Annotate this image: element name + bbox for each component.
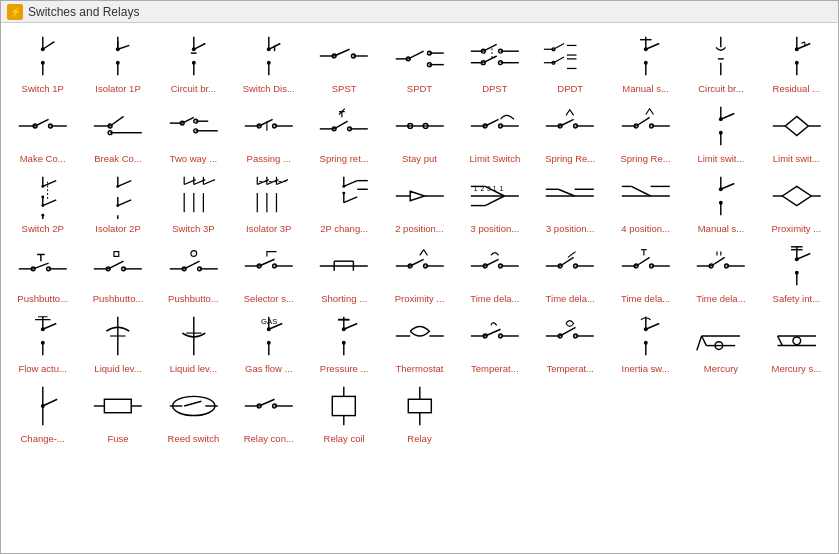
symbol-cell-4position[interactable]: 4 position... xyxy=(608,167,683,237)
symbol-cell-temperat1[interactable]: Temperat... xyxy=(457,307,532,377)
symbol-label-stayput: Stay put xyxy=(384,153,455,164)
symbol-cell-makeco[interactable]: Make Co... xyxy=(5,97,80,167)
symbol-label-flowactu: Flow actu... xyxy=(7,363,78,374)
symbol-cell-pushbutto2[interactable]: Pushbutto... xyxy=(80,237,155,307)
symbol-label-relay: Relay xyxy=(384,433,455,444)
symbol-cell-timedela4[interactable]: Time dela... xyxy=(683,237,758,307)
symbol-cell-proximity1[interactable]: Proximity ... xyxy=(759,167,834,237)
symbol-cell-pushbutto1[interactable]: Pushbutto... xyxy=(5,237,80,307)
svg-point-21 xyxy=(267,60,271,64)
symbol-cell-manuals2[interactable]: Manual s... xyxy=(683,167,758,237)
symbol-cell-circuitbr2[interactable]: Circuit br... xyxy=(683,27,758,97)
symbol-label-change: Change-... xyxy=(7,433,78,444)
symbol-cell-switchdis[interactable]: Switch Dis... xyxy=(231,27,306,97)
symbol-cell-dpst[interactable]: DPST xyxy=(457,27,532,97)
symbol-cell-relaycoil[interactable]: Relay coil xyxy=(306,377,381,447)
symbol-label-temperat1: Temperat... xyxy=(459,363,530,374)
symbol-label-gasflow: Gas flow ... xyxy=(233,363,304,374)
svg-point-39 xyxy=(499,49,503,53)
symbol-cell-pressure[interactable]: Pressure ... xyxy=(306,307,381,377)
symbol-cell-3position[interactable]: 12311 3 position... xyxy=(457,167,532,237)
svg-rect-328 xyxy=(333,396,356,415)
symbol-cell-flowactu[interactable]: Flow actu... xyxy=(5,307,80,377)
symbol-cell-relaycon[interactable]: Relay con... xyxy=(231,377,306,447)
svg-text:2: 2 xyxy=(480,185,484,192)
symbol-cell-isolator2p[interactable]: Isolator 2P xyxy=(80,167,155,237)
symbol-cell-switch3p[interactable]: Switch 3P xyxy=(156,167,231,237)
symbol-cell-spdt[interactable]: SPDT xyxy=(382,27,457,97)
symbol-cell-timedela2[interactable]: Time dela... xyxy=(533,237,608,307)
symbol-cell-3position2[interactable]: 3 position... xyxy=(533,167,608,237)
svg-point-142 xyxy=(117,204,120,207)
symbol-cell-spst[interactable]: SPST xyxy=(306,27,381,97)
svg-point-301 xyxy=(644,327,648,331)
symbol-label-temperat2: Temperat... xyxy=(535,363,606,374)
symbol-icon-change xyxy=(7,380,78,431)
svg-point-91 xyxy=(273,124,277,128)
symbol-cell-limitswitch[interactable]: Limit Switch xyxy=(457,97,532,167)
symbol-icon-switch1p xyxy=(7,30,78,81)
symbol-cell-timedela1[interactable]: Time dela... xyxy=(457,237,532,307)
symbol-cell-limitswit1[interactable]: Limit swit... xyxy=(683,97,758,167)
symbol-cell-springret[interactable]: Spring ret... xyxy=(306,97,381,167)
symbol-cell-residual[interactable]: Residual ... xyxy=(759,27,834,97)
symbol-cell-manuals1[interactable]: Manual s... xyxy=(608,27,683,97)
symbol-cell-springre1[interactable]: Spring Re... xyxy=(533,97,608,167)
symbol-cell-pushbutto3[interactable]: Pushbutto... xyxy=(156,237,231,307)
symbol-cell-liquidlev2[interactable]: Liquid lev... xyxy=(156,307,231,377)
symbol-cell-mercury[interactable]: Mercury xyxy=(683,307,758,377)
symbol-cell-proximity2[interactable]: Proximity ... xyxy=(382,237,457,307)
symbol-cell-safetyint[interactable]: Safety int... xyxy=(759,237,834,307)
symbol-cell-limitswit2[interactable]: Limit swit... xyxy=(759,97,834,167)
svg-point-269 xyxy=(41,340,45,344)
symbol-cell-2pchang[interactable]: 2P chang... xyxy=(306,167,381,237)
symbol-cell-switch1p[interactable]: Switch 1P xyxy=(5,27,80,97)
symbol-cell-mercurys[interactable]: Mercury s... xyxy=(759,307,834,377)
symbol-label-mercurys: Mercury s... xyxy=(761,363,832,374)
symbol-icon-2position xyxy=(384,170,455,221)
symbol-cell-isolator3p[interactable]: Isolator 3P xyxy=(231,167,306,237)
symbol-cell-liquidlev1[interactable]: Liquid lev... xyxy=(80,307,155,377)
symbol-cell-stayput[interactable]: Stay put xyxy=(382,97,457,167)
svg-point-223 xyxy=(273,264,277,268)
symbol-cell-selectors[interactable]: Selector s... xyxy=(231,237,306,307)
symbol-cell-springre2[interactable]: Spring Re... xyxy=(608,97,683,167)
symbol-cell-twoway[interactable]: Two way ... xyxy=(156,97,231,167)
svg-line-188 xyxy=(631,186,650,196)
svg-line-129 xyxy=(43,199,56,205)
svg-line-184 xyxy=(559,189,575,196)
symbol-icon-3position: 12311 xyxy=(459,170,530,221)
symbol-cell-2position[interactable]: 2 position... xyxy=(382,167,457,237)
symbol-cell-passing[interactable]: Passing ... xyxy=(231,97,306,167)
svg-line-259 xyxy=(796,253,809,259)
symbol-cell-dpdt[interactable]: DPDT xyxy=(533,27,608,97)
symbol-label-liquidlev1: Liquid lev... xyxy=(82,363,153,374)
symbol-label-reedswitch: Reed switch xyxy=(158,433,229,444)
svg-line-1 xyxy=(43,41,55,49)
symbol-cell-shorting[interactable]: Shorting ... xyxy=(306,237,381,307)
symbol-icon-spst xyxy=(308,30,379,81)
symbol-label-shorting: Shorting ... xyxy=(308,293,379,304)
symbol-icon-gasflow: GAS xyxy=(233,310,304,361)
svg-text:1: 1 xyxy=(500,185,504,192)
symbol-cell-timedela3[interactable]: Time dela... xyxy=(608,237,683,307)
svg-point-86 xyxy=(193,128,197,132)
symbol-cell-thermostat[interactable]: Thermostat xyxy=(382,307,457,377)
symbol-cell-change[interactable]: Change-... xyxy=(5,377,80,447)
symbol-label-4position: 4 position... xyxy=(610,223,681,234)
symbol-cell-reedswitch[interactable]: Reed switch xyxy=(156,377,231,447)
symbol-cell-circuitbr1[interactable]: Circuit br... xyxy=(156,27,231,97)
svg-line-313 xyxy=(43,399,57,406)
symbol-cell-isolator1p[interactable]: Isolator 1P xyxy=(80,27,155,97)
symbol-cell-gasflow[interactable]: GAS Gas flow ... xyxy=(231,307,306,377)
symbol-cell-fuse[interactable]: Fuse xyxy=(80,377,155,447)
symbol-cell-temperat2[interactable]: Temperat... xyxy=(533,307,608,377)
symbol-label-timedela2: Time dela... xyxy=(535,293,606,304)
symbol-cell-switch2p[interactable]: Switch 2P xyxy=(5,167,80,237)
symbol-cell-inertia[interactable]: Inertia sw... xyxy=(608,307,683,377)
symbol-cell-breakco[interactable]: Break Co... xyxy=(80,97,155,167)
svg-point-60 xyxy=(644,60,648,64)
symbol-icon-relay xyxy=(384,380,455,431)
symbol-cell-relay[interactable]: Relay xyxy=(382,377,457,447)
symbol-icon-safetyint xyxy=(761,240,832,291)
